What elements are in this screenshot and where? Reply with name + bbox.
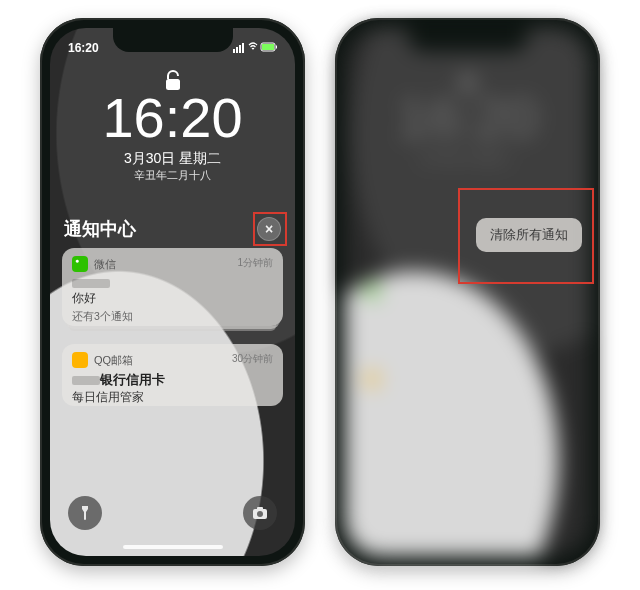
qqmail-icon	[365, 372, 379, 386]
notification-app-name: 微信	[94, 257, 116, 272]
clear-all-notifications-button[interactable]: 清除所有通知	[476, 218, 582, 252]
notification-title: 银行信用卡	[72, 372, 273, 389]
svg-rect-0	[233, 49, 235, 53]
svg-rect-9	[257, 507, 263, 510]
notification-text: 每日信用管家	[72, 389, 273, 406]
notification-more: 还有3个通知	[72, 310, 273, 324]
svg-rect-1	[236, 47, 238, 53]
notch	[408, 28, 528, 52]
notch	[113, 28, 233, 52]
clear-notifications-button[interactable]: ×	[257, 217, 281, 241]
svg-rect-6	[276, 45, 277, 48]
svg-point-10	[257, 511, 263, 517]
svg-rect-2	[239, 45, 241, 53]
status-time: 16:20	[68, 41, 99, 55]
lock-lunar: 辛丑年二月十八	[50, 168, 295, 183]
lock-bottom-bar	[50, 496, 295, 530]
lock-date: 3月30日 星期二	[345, 150, 590, 168]
notification-card[interactable]: QQ邮箱 30分钟前 银行信用卡 每日信用管家	[62, 344, 283, 406]
svg-rect-3	[242, 43, 244, 53]
notification-title	[72, 276, 273, 290]
notification-center-header: 通知中心 ×	[64, 216, 281, 242]
notification-center-title: 通知中心	[64, 217, 136, 241]
flashlight-button[interactable]	[68, 496, 102, 530]
phone-right: 16:20 3月30日 星期二 清除所有通知	[335, 18, 600, 566]
wechat-icon	[72, 256, 88, 272]
phone-left: 16:20 16:20 3月30日 星期二 辛丑年二月十八 通知中心 ×	[40, 18, 305, 566]
svg-rect-5	[262, 44, 274, 50]
notification-text: 你好	[72, 290, 273, 307]
wechat-icon	[365, 284, 379, 298]
home-indicator[interactable]	[123, 545, 223, 549]
notification-card[interactable]: 微信 1分钟前 你好 还有3个通知	[62, 248, 283, 326]
qqmail-icon	[72, 352, 88, 368]
status-icons	[233, 41, 277, 56]
camera-button[interactable]	[243, 496, 277, 530]
notification-app-name: QQ邮箱	[94, 353, 133, 368]
lock-date: 3月30日 星期二	[50, 150, 295, 168]
lock-screen-blurred: 16:20 3月30日 星期二	[345, 28, 590, 556]
lock-screen: 16:20 16:20 3月30日 星期二 辛丑年二月十八 通知中心 ×	[50, 28, 295, 556]
notification-time: 1分钟前	[237, 256, 273, 270]
notification-time: 30分钟前	[232, 352, 273, 366]
lock-clock: 16:20	[345, 90, 590, 146]
lock-clock: 16:20	[50, 90, 295, 146]
